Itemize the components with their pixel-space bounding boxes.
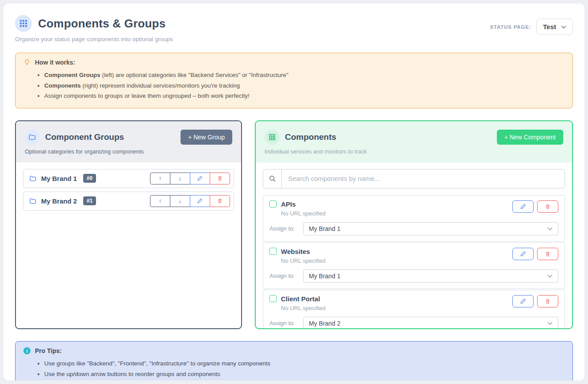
component-name: Websites <box>281 248 310 255</box>
how-it-works-list: Component Groups (left) are optional cat… <box>44 70 565 101</box>
edit-group-button[interactable] <box>190 195 210 207</box>
group-name: My Brand 2 <box>41 197 77 205</box>
trash-icon <box>545 298 551 304</box>
move-down-button[interactable]: ↓ <box>170 195 190 207</box>
pro-tips-box: i Pro Tips: Use groups like "Backend", "… <box>15 341 573 380</box>
components-panel-header: Components + New Component Individual se… <box>256 121 572 162</box>
delete-component-button[interactable] <box>537 248 558 260</box>
page-title: Components & Groups <box>38 17 165 31</box>
arrow-down-icon: ↓ <box>179 197 182 204</box>
assign-to-label: Assign to: <box>269 225 303 232</box>
how-bullet: Assign components to groups or leave the… <box>44 91 565 101</box>
component-url-text: No URL specified <box>281 305 326 311</box>
component-name: APIs <box>281 200 296 208</box>
header-left: Components & Groups Organize your status… <box>15 15 173 42</box>
pencil-icon <box>520 298 527 304</box>
lightbulb-icon <box>23 59 31 66</box>
arrow-down-icon: ↓ <box>179 175 182 182</box>
component-name: Client Portal <box>281 295 320 303</box>
components-panel-title: Components <box>285 132 336 142</box>
pencil-icon <box>520 250 527 257</box>
assign-to-label: Assign to: <box>269 320 303 326</box>
search-icon <box>263 169 281 188</box>
arrow-up-icon: ↑ <box>159 197 162 204</box>
page-subtitle: Organize your status page components int… <box>15 36 173 42</box>
delete-group-button[interactable] <box>210 195 230 207</box>
folder-icon <box>29 197 37 205</box>
assign-group-select[interactable]: My Brand 1 <box>303 269 558 283</box>
delete-component-button[interactable] <box>537 295 558 307</box>
pro-tips-list: Use groups like "Backend", "Frontend", "… <box>44 358 565 380</box>
edit-component-button[interactable] <box>512 295 534 307</box>
trash-icon <box>545 251 551 257</box>
components-search <box>263 169 565 188</box>
folder-icon <box>25 130 40 145</box>
delete-group-button[interactable] <box>210 173 230 184</box>
folder-icon <box>29 175 37 182</box>
how-it-works-box: How it works: Component Groups (left) ar… <box>15 53 573 108</box>
move-down-button[interactable]: ↓ <box>170 173 190 184</box>
pro-tips-title: Pro Tips: <box>35 347 61 354</box>
status-page-value: Test <box>543 23 556 31</box>
group-name: My Brand 1 <box>41 175 77 182</box>
page-card: Components & Groups Organize your status… <box>4 4 584 380</box>
assign-to-label: Assign to: <box>269 273 303 279</box>
components-list: APIs No URL specified Assign to: My Bran… <box>256 162 572 329</box>
component-groups-panel: Component Groups + New Group Optional ca… <box>15 120 242 329</box>
edit-component-button[interactable] <box>512 200 534 213</box>
groups-panel-header: Component Groups + New Group Optional ca… <box>16 121 241 162</box>
component-card: Websites No URL specified Assign to: My … <box>263 242 565 289</box>
move-up-button[interactable]: ↑ <box>150 173 170 184</box>
delete-component-button[interactable] <box>537 200 558 213</box>
chevron-down-icon <box>547 274 553 278</box>
component-checkbox[interactable] <box>269 248 277 255</box>
new-component-button[interactable]: + New Component <box>497 130 563 145</box>
component-checkbox[interactable] <box>269 200 277 207</box>
assigned-group-value: My Brand 1 <box>309 225 341 232</box>
edit-group-button[interactable] <box>190 173 210 184</box>
group-order-badge: #1 <box>83 196 96 205</box>
components-grid-icon <box>15 15 32 32</box>
assign-group-select[interactable]: My Brand 2 <box>303 317 558 329</box>
new-group-button[interactable]: + New Group <box>181 130 232 145</box>
trash-icon <box>217 175 223 181</box>
status-page-dropdown[interactable]: Test <box>536 19 573 35</box>
groups-panel-subtitle: Optional categories for organizing compo… <box>25 148 232 155</box>
assigned-group-value: My Brand 1 <box>309 273 341 280</box>
trash-icon <box>217 198 223 204</box>
pencil-icon <box>197 198 203 204</box>
status-page-selector: STATUS PAGE: Test <box>490 19 573 35</box>
page-header: Components & Groups Organize your status… <box>15 15 573 42</box>
pencil-icon <box>520 203 527 210</box>
search-components-input[interactable] <box>281 169 565 188</box>
how-bullet: Component Groups (left) are optional cat… <box>44 70 565 81</box>
groups-panel-title: Component Groups <box>45 132 124 142</box>
chevron-down-icon <box>561 25 566 29</box>
info-icon: i <box>23 347 31 354</box>
pro-tip-bullet: Use the up/down arrow buttons to reorder… <box>44 369 565 380</box>
assign-group-select[interactable]: My Brand 1 <box>303 222 558 235</box>
chevron-down-icon <box>547 322 553 325</box>
component-checkbox[interactable] <box>269 295 277 302</box>
component-url-text: No URL specified <box>281 210 326 217</box>
groups-list: My Brand 1 #0 ↑ ↓ My Brand 2 #1 <box>16 162 241 221</box>
grid-table-icon <box>265 130 280 145</box>
components-panel: Components + New Component Individual se… <box>255 120 573 329</box>
group-row: My Brand 2 #1 ↑ ↓ <box>23 192 234 211</box>
trash-icon <box>545 204 551 210</box>
component-card: APIs No URL specified Assign to: My Bran… <box>263 195 565 242</box>
move-up-button[interactable]: ↑ <box>150 195 170 207</box>
group-row: My Brand 1 #0 ↑ ↓ <box>23 169 234 188</box>
arrow-up-icon: ↑ <box>159 175 162 182</box>
component-card: Client Portal No URL specified Assign to… <box>263 290 565 329</box>
components-panel-subtitle: Individual services and monitors to trac… <box>265 148 563 155</box>
chevron-down-icon <box>547 227 553 230</box>
component-url-text: No URL specified <box>281 257 326 264</box>
how-it-works-title: How it works: <box>35 59 75 66</box>
pro-tip-bullet: Components without a group will appear i… <box>44 379 565 380</box>
assigned-group-value: My Brand 2 <box>309 320 341 327</box>
pro-tip-bullet: Use groups like "Backend", "Frontend", "… <box>44 358 565 369</box>
edit-component-button[interactable] <box>512 248 534 260</box>
pencil-icon <box>197 175 203 181</box>
group-order-badge: #0 <box>83 174 96 183</box>
